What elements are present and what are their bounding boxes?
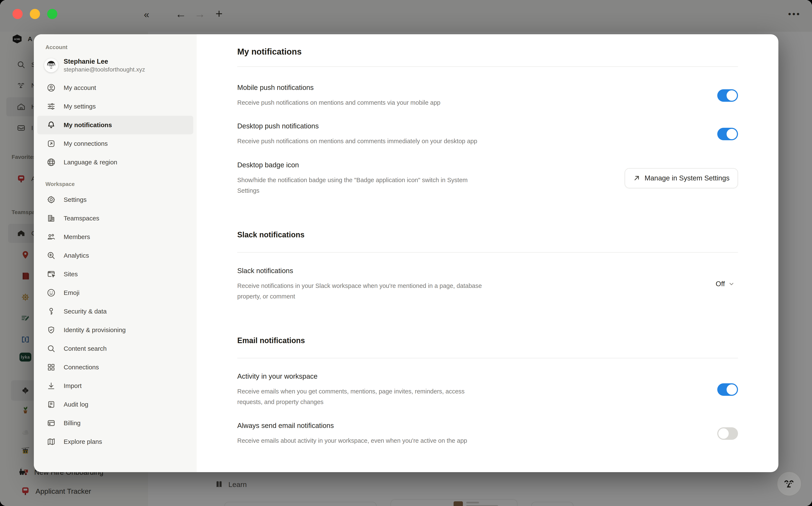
sidebar-item-import[interactable]: Import (37, 376, 193, 395)
close-button[interactable] (12, 9, 23, 19)
sidebar-item-settings[interactable]: Settings (37, 190, 193, 209)
workspace-section-label: Workspace (45, 181, 193, 187)
bell-icon (46, 120, 56, 130)
emoji-icon (46, 288, 56, 298)
settings-sidebar: Account Stephanie Lee stephanie@toolsfor… (34, 34, 197, 472)
sites-icon (46, 269, 56, 279)
sidebar-item-security-data[interactable]: Security & data (37, 302, 193, 321)
sidebar-item-label: Explore plans (64, 438, 102, 445)
toggle-knob (727, 129, 737, 139)
page-title: My notifications (237, 46, 738, 57)
sidebar-item-audit-log[interactable]: Audit log (37, 395, 193, 414)
billing-icon (46, 418, 56, 428)
desktop-push-toggle[interactable] (717, 128, 738, 140)
notion-ai-button[interactable] (777, 472, 801, 496)
email-section-heading: Email notifications (237, 336, 738, 346)
divider (237, 358, 738, 358)
arrow-up-right-box-icon (46, 139, 56, 148)
account-user-row[interactable]: Stephanie Lee stephanie@toolsforthought.… (37, 54, 193, 77)
sidebar-item-my-account[interactable]: My account (37, 79, 193, 97)
account-section-label: Account (45, 44, 197, 51)
toggle-knob (727, 385, 737, 395)
sidebar-item-explore-plans[interactable]: Explore plans (37, 432, 193, 451)
sidebar-item-label: Connections (64, 364, 99, 371)
always-send-email-toggle[interactable] (717, 427, 738, 440)
key-icon (46, 307, 56, 316)
map-icon (46, 437, 56, 446)
settings-content: My notifications Mobile push notificatio… (197, 34, 778, 472)
traffic-lights (12, 9, 57, 19)
globe-icon (46, 158, 56, 167)
minimize-button[interactable] (30, 9, 40, 19)
sidebar-item-sites[interactable]: Sites (37, 265, 193, 283)
sidebar-item-label: Members (64, 233, 90, 241)
arrow-up-right-icon (633, 174, 640, 182)
grid-icon (46, 362, 56, 372)
search-icon (46, 344, 56, 353)
setting-title: Desktop push notifications (237, 121, 477, 131)
setting-row-activity: Activity in your workspace Receive email… (237, 372, 738, 407)
setting-description: Receive push notifications on mentions a… (237, 97, 440, 108)
sidebar-item-content-search[interactable]: Content search (37, 339, 193, 358)
zoom-button[interactable] (47, 9, 57, 19)
sidebar-item-label: Content search (64, 345, 107, 352)
setting-row-mobile-push: Mobile push notifications Receive push n… (237, 83, 738, 108)
sidebar-item-label: Teamspaces (64, 215, 99, 222)
audit-log-icon (46, 400, 56, 409)
sidebar-item-label: Settings (64, 196, 87, 203)
slack-notifications-select[interactable]: Off (716, 280, 735, 288)
mobile-push-toggle[interactable] (717, 89, 738, 102)
sidebar-item-label: My connections (64, 140, 108, 147)
setting-description: Show/hide the notification badge using t… (237, 175, 488, 196)
button-label: Manage in System Settings (644, 174, 729, 182)
import-icon (46, 381, 56, 391)
sidebar-item-my-settings[interactable]: My settings (37, 97, 193, 116)
sidebar-item-my-connections[interactable]: My connections (37, 134, 193, 153)
person-circle-icon (46, 83, 56, 92)
divider (237, 252, 738, 253)
sidebar-item-billing[interactable]: Billing (37, 414, 193, 432)
setting-description: Receive push notifications on mentions a… (237, 136, 477, 146)
setting-title: Mobile push notifications (237, 83, 440, 92)
sidebar-item-members[interactable]: Members (37, 228, 193, 246)
sidebar-item-analytics[interactable]: Analytics (37, 246, 193, 265)
sidebar-item-label: Import (64, 382, 82, 390)
sidebar-item-my-notifications[interactable]: My notifications (37, 116, 193, 134)
setting-description: Receive emails when you get comments, me… (237, 386, 488, 407)
sidebar-item-label: Language & region (64, 159, 117, 166)
setting-description: Receive notifications in your Slack work… (237, 280, 488, 302)
sidebar-item-label: Sites (64, 270, 78, 278)
sidebar-item-label: Identity & provisioning (64, 326, 126, 334)
sidebar-item-identity-provisioning[interactable]: Identity & provisioning (37, 321, 193, 339)
setting-title: Slack notifications (237, 266, 488, 275)
setting-title: Activity in your workspace (237, 372, 488, 381)
members-icon (46, 232, 56, 242)
sidebar-item-label: My settings (64, 103, 96, 110)
manage-system-settings-button[interactable]: Manage in System Settings (625, 168, 738, 188)
chevron-down-icon (728, 281, 735, 287)
sidebar-item-label: Emoji (64, 289, 80, 297)
gear-icon (46, 195, 56, 204)
sidebar-item-emoji[interactable]: Emoji (37, 283, 193, 302)
sidebar-item-label: Audit log (64, 401, 88, 408)
setting-row-desktop-badge: Desktop badge icon Show/hide the notific… (237, 160, 738, 196)
shield-check-icon (46, 325, 56, 335)
setting-row-desktop-push: Desktop push notifications Receive push … (237, 121, 738, 146)
sidebar-item-connections[interactable]: Connections (37, 358, 193, 376)
sliders-icon (46, 102, 56, 111)
app-window: « ← → + ••• ACME A S N H I (0, 0, 812, 506)
building-icon (46, 214, 56, 223)
settings-modal: Account Stephanie Lee stephanie@toolsfor… (34, 34, 778, 472)
setting-title: Desktop badge icon (237, 160, 488, 170)
sidebar-item-teamspaces[interactable]: Teamspaces (37, 209, 193, 228)
sidebar-item-label: Analytics (64, 252, 89, 259)
setting-row-always-send: Always send email notifications Receive … (237, 421, 738, 446)
slack-section-heading: Slack notifications (237, 230, 738, 240)
activity-email-toggle[interactable] (717, 383, 738, 396)
ai-face-icon (782, 477, 796, 491)
sidebar-item-language-region[interactable]: Language & region (37, 153, 193, 172)
user-email: stephanie@toolsforthought.xyz (64, 66, 145, 73)
setting-row-slack: Slack notifications Receive notification… (237, 266, 738, 302)
toggle-knob (727, 90, 737, 101)
toggle-knob (718, 428, 729, 439)
